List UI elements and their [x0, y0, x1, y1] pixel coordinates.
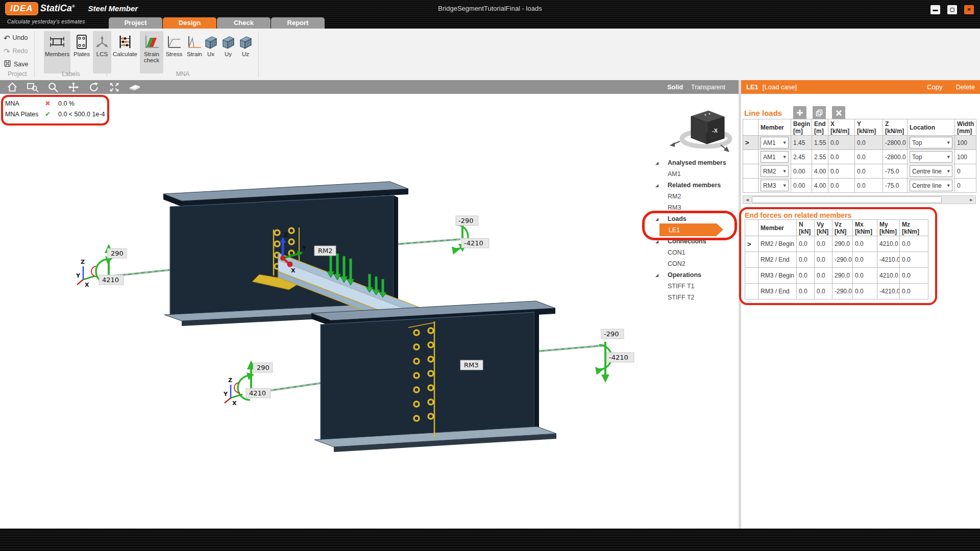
- row-selector[interactable]: >: [745, 139, 749, 146]
- tree-item-rm3[interactable]: RM3: [654, 202, 738, 213]
- copy-button[interactable]: Copy: [927, 83, 942, 91]
- lcs-button[interactable]: LCS: [93, 31, 111, 73]
- tree-item-stiff-t1[interactable]: STIFF T1: [654, 281, 738, 292]
- cell-x[interactable]: 0.0: [828, 150, 855, 164]
- cell-y[interactable]: 0.0: [855, 164, 883, 179]
- scroll-right-icon[interactable]: ▶: [967, 196, 975, 204]
- table-row[interactable]: RM3 0.00 4.00 0.0 0.0 -75.0 Centre line …: [743, 179, 976, 193]
- cell-begin[interactable]: 0.00: [791, 164, 812, 179]
- cell-z[interactable]: -2800.0: [883, 150, 908, 164]
- cell-z[interactable]: -75.0: [883, 179, 908, 193]
- table-row[interactable]: RM2 0.00 4.00 0.0 0.0 -75.0 Centre line …: [743, 164, 976, 179]
- navigation-cube[interactable]: -X: [670, 111, 730, 152]
- duplicate-line-load-button[interactable]: [813, 106, 826, 119]
- cell-width[interactable]: 0: [955, 164, 976, 179]
- tree-item-rm2[interactable]: RM2: [654, 191, 738, 202]
- member-dropdown[interactable]: RM2: [761, 165, 789, 177]
- cell-end[interactable]: 4.00: [812, 179, 828, 193]
- cell-width[interactable]: 100: [955, 150, 976, 164]
- zoom-window-icon[interactable]: [27, 81, 39, 93]
- table-row[interactable]: > RM2 / Begin 0.0 0.0 290.0 0.0 4210.0 0…: [745, 236, 928, 252]
- zoom-icon[interactable]: [47, 81, 59, 93]
- display-mode-solid[interactable]: Solid: [668, 84, 683, 91]
- redo-button[interactable]: ↷Redo: [4, 46, 28, 56]
- member-dropdown[interactable]: AM1: [761, 151, 789, 163]
- cell-y[interactable]: 0.0: [855, 150, 883, 164]
- stress-button[interactable]: Stress: [164, 31, 184, 73]
- undo-button[interactable]: ↶Undo: [4, 33, 28, 43]
- strain-button[interactable]: Strain: [185, 31, 204, 73]
- cell-width[interactable]: 0: [955, 179, 976, 193]
- tab-design[interactable]: Design: [163, 17, 216, 29]
- tab-check[interactable]: Check: [217, 17, 271, 29]
- minimize-icon[interactable]: ▬: [930, 5, 940, 14]
- selected-item-arrow[interactable]: LE1: [659, 223, 717, 236]
- location-dropdown[interactable]: Top: [910, 151, 952, 163]
- tree-group-related-members[interactable]: ◢Related members: [654, 180, 738, 191]
- table-row[interactable]: > AM1 1.45 1.55 0.0 0.0 -2800.0 Top 100: [743, 136, 976, 150]
- display-mode-transparent[interactable]: Transparent: [691, 84, 725, 91]
- maximize-icon[interactable]: ▢: [947, 5, 957, 14]
- tree-expander-icon[interactable]: ◢: [654, 217, 668, 221]
- location-dropdown[interactable]: Centre line: [910, 180, 952, 191]
- delete-button[interactable]: Delete: [955, 83, 975, 91]
- uz-button[interactable]: Uz: [238, 31, 253, 73]
- calculate-button[interactable]: Calculate: [111, 31, 139, 73]
- save-button[interactable]: Save: [4, 59, 29, 69]
- cell-x[interactable]: 0.0: [828, 136, 855, 150]
- members-button[interactable]: Members: [44, 31, 70, 73]
- cell-x[interactable]: 0.0: [828, 164, 855, 179]
- uy-button[interactable]: Uy: [220, 31, 236, 73]
- tab-project[interactable]: Project: [109, 17, 162, 29]
- cell-begin[interactable]: 0.00: [791, 179, 812, 193]
- member-dropdown[interactable]: RM3: [761, 180, 789, 191]
- tree-group-analysed-members[interactable]: ◢Analysed members: [654, 157, 738, 168]
- table-row[interactable]: RM3 / Begin 0.0 0.0 290.0 0.0 4210.0 0.0: [745, 268, 928, 284]
- table-row[interactable]: AM1 2.45 2.55 0.0 0.0 -2800.0 Top 100: [743, 150, 976, 164]
- plates-button[interactable]: Plates: [71, 31, 92, 73]
- rotate-icon[interactable]: [88, 81, 100, 93]
- cell-begin[interactable]: 2.45: [791, 150, 812, 164]
- tab-report[interactable]: Report: [271, 17, 325, 29]
- close-icon[interactable]: ✕: [964, 5, 974, 14]
- cell-x[interactable]: 0.0: [828, 179, 855, 193]
- tree-group-connections[interactable]: ◢Connections: [654, 236, 738, 247]
- tree-item-le1-selected[interactable]: LE1: [654, 224, 738, 236]
- cell-end[interactable]: 2.55: [812, 150, 828, 164]
- cell-y[interactable]: 0.0: [855, 179, 883, 193]
- clipping-plane-icon[interactable]: [129, 81, 141, 93]
- strain-check-button[interactable]: Strain check: [140, 31, 163, 73]
- viewport-3d[interactable]: Z Y X Z Y X Z Y X 290 4210 -290: [0, 94, 739, 529]
- tree-item-stiff-t2[interactable]: STIFF T2: [654, 292, 738, 303]
- tree-item-am1[interactable]: AM1: [654, 168, 738, 180]
- fit-view-icon[interactable]: [108, 81, 120, 93]
- cell-z[interactable]: -2800.0: [883, 136, 908, 150]
- table-row[interactable]: RM3 / End 0.0 0.0 -290.0 0.0 -4210.0 0.0: [745, 284, 928, 299]
- tree-expander-icon[interactable]: ◢: [654, 273, 668, 278]
- scroll-left-icon[interactable]: ◀: [743, 196, 751, 204]
- row-selector[interactable]: >: [747, 240, 751, 248]
- home-view-icon[interactable]: [6, 81, 18, 93]
- table-row[interactable]: RM2 / End 0.0 0.0 -290.0 0.0 -4210.0 0.0: [745, 252, 928, 268]
- cell-z[interactable]: -75.0: [883, 164, 908, 179]
- tree-expander-icon[interactable]: ◢: [654, 239, 668, 244]
- cell-end[interactable]: 1.55: [812, 136, 828, 150]
- tree-item-con1[interactable]: CON1: [654, 247, 738, 258]
- ux-button[interactable]: Ux: [203, 31, 218, 73]
- delete-line-load-button[interactable]: [832, 106, 845, 119]
- tree-expander-icon[interactable]: ◢: [654, 161, 668, 165]
- cell-width[interactable]: 100: [955, 136, 976, 150]
- table-horizontal-scrollbar[interactable]: ◀ ▶: [743, 195, 976, 204]
- cell-end[interactable]: 4.00: [812, 164, 828, 179]
- tree-item-con2[interactable]: CON2: [654, 258, 738, 269]
- add-line-load-button[interactable]: [793, 106, 806, 119]
- cell-y[interactable]: 0.0: [855, 136, 883, 150]
- pan-icon[interactable]: [67, 81, 80, 93]
- location-dropdown[interactable]: Top: [910, 137, 952, 148]
- member-dropdown[interactable]: AM1: [761, 137, 789, 148]
- tree-expander-icon[interactable]: ◢: [654, 183, 668, 188]
- location-dropdown[interactable]: Centre line: [910, 165, 952, 177]
- tree-group-operations[interactable]: ◢Operations: [654, 269, 738, 281]
- cell-begin[interactable]: 1.45: [791, 136, 812, 150]
- scrollbar-thumb[interactable]: [752, 196, 942, 203]
